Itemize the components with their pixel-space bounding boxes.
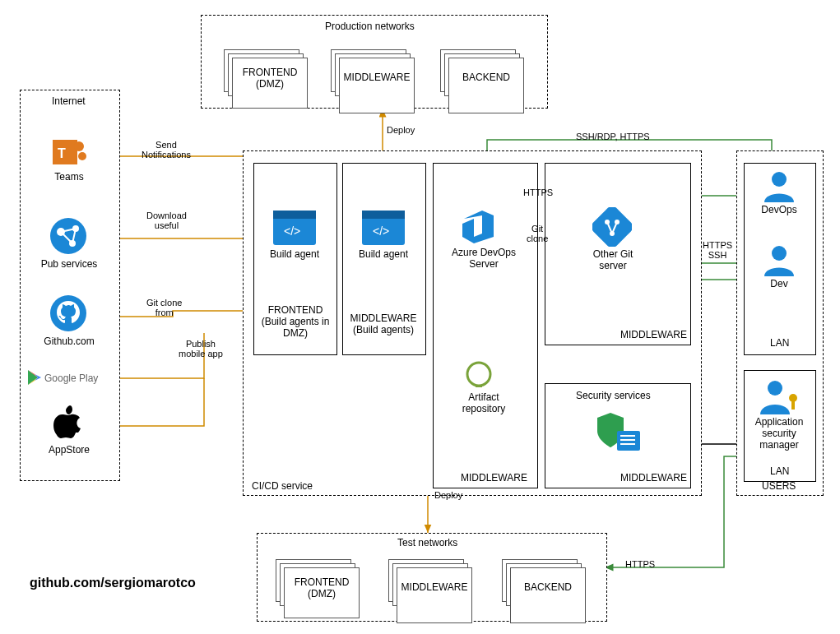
svg-point-16	[467, 363, 490, 386]
svg-rect-18	[592, 207, 632, 247]
label-appstore: AppStore	[20, 444, 118, 456]
label-secmgr: Application security manager	[741, 416, 817, 451]
svg-rect-24	[620, 439, 635, 441]
zone-title-production: Production networks	[325, 21, 415, 32]
label-github: Github.com	[20, 336, 118, 347]
svg-rect-30	[791, 401, 795, 410]
svg-text:T: T	[58, 146, 66, 160]
label-col-a: FRONTEND (Build agents in DMZ)	[258, 304, 332, 339]
label-teams: Teams	[20, 171, 118, 183]
label-send: Send Notifications	[142, 140, 191, 160]
svg-rect-25	[620, 443, 635, 445]
label-download: Download useful	[146, 211, 187, 230]
svg-text:</>: </>	[373, 224, 389, 238]
label-devops: DevOps	[744, 204, 814, 215]
label-publish: Publish mobile app	[179, 339, 223, 359]
label-deploy-down: Deploy	[434, 490, 462, 500]
svg-rect-17	[476, 385, 482, 387]
label-dev: Dev	[744, 278, 814, 289]
svg-text:Google Play: Google Play	[44, 373, 98, 384]
label-gitclone2: Git clone	[527, 224, 548, 243]
label-azure: Azure DevOps Server	[434, 247, 533, 270]
svg-point-27	[772, 246, 787, 261]
label-https-ssh: HTTPS SSH	[703, 240, 732, 260]
label-col-c: MIDDLEWARE	[461, 472, 527, 484]
label-lan2: LAN	[770, 465, 789, 477]
svg-point-29	[789, 394, 797, 402]
label-pub: Pub services	[20, 258, 118, 270]
zone-title-users: USERS	[762, 480, 796, 492]
label-git: Other Git server	[564, 248, 662, 271]
label-buildagent-b: Build agent	[342, 248, 425, 260]
svg-point-3	[78, 152, 86, 160]
zone-title-internet: Internet	[52, 95, 86, 107]
label-lan1: LAN	[770, 337, 789, 349]
label-col-d-top: MIDDLEWARE	[620, 329, 687, 340]
label-buildagent-a: Build agent	[253, 248, 336, 260]
svg-point-26	[772, 172, 787, 187]
label-sshrdp: SSH/RDP, HTTPS	[576, 132, 650, 141]
label-gitclone: Git clone from	[146, 298, 182, 317]
svg-point-2	[74, 141, 84, 151]
label-col-b: MIDDLEWARE (Build agents)	[346, 312, 421, 336]
label-col-d-bot: MIDDLEWARE	[620, 472, 687, 484]
zone-title-test: Test networks	[397, 537, 457, 548]
credit: github.com/sergiomarotco	[30, 576, 196, 590]
label-sec: Security services	[576, 390, 651, 401]
label-https-top: HTTPS	[523, 187, 553, 197]
svg-point-4	[50, 218, 86, 254]
label-artifact: Artifact repository	[434, 391, 533, 414]
label-https-test: HTTPS	[625, 559, 655, 569]
zone-title-cicd: CI/CD service	[252, 480, 313, 492]
svg-point-8	[50, 295, 86, 331]
svg-rect-14	[362, 211, 405, 219]
svg-rect-11	[273, 211, 316, 219]
svg-text:</>: </>	[284, 224, 300, 238]
svg-point-28	[768, 381, 782, 396]
label-deploy-up: Deploy	[387, 125, 415, 135]
svg-rect-23	[620, 435, 635, 437]
